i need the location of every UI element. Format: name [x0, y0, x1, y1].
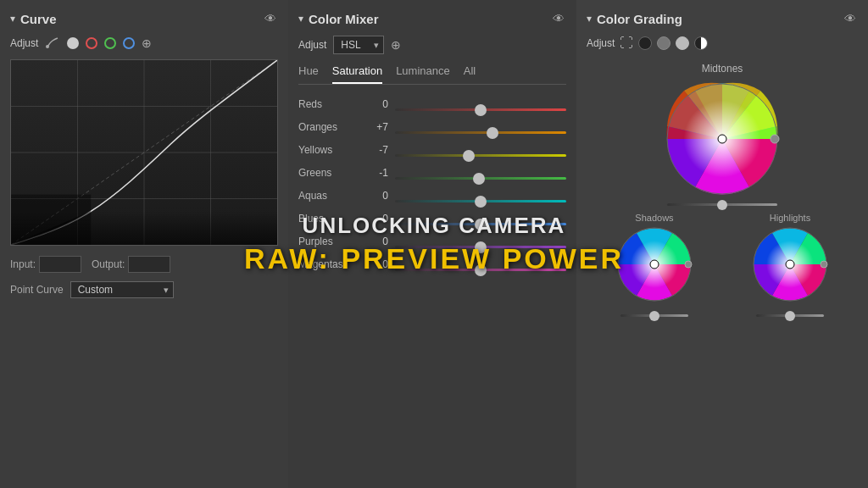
slider-oranges: Oranges +7 — [298, 119, 566, 134]
slider-greens-value: -1 — [364, 167, 388, 179]
slider-magentas-value: 0 — [364, 258, 388, 270]
tab-hue[interactable]: Hue — [298, 64, 319, 84]
hsl-row: Adjust HSL HSB Mixer ⊕ — [298, 36, 566, 54]
color-grading-adjust-label: Adjust — [587, 37, 615, 49]
output-field: Output: — [92, 256, 170, 273]
tab-luminance[interactable]: Luminance — [396, 64, 450, 84]
slider-purples-track[interactable] — [395, 246, 566, 248]
slider-aquas: Aquas 0 — [298, 188, 566, 202]
color-mixer-chevron[interactable]: ▾ — [298, 13, 303, 25]
slider-oranges-thumb[interactable] — [487, 127, 498, 139]
cg-shadows-icon[interactable] — [638, 36, 652, 50]
midtones-wheel-container[interactable] — [663, 80, 782, 198]
color-grading-circles-icon[interactable]: ⛶ — [620, 36, 633, 51]
slider-oranges-track[interactable] — [395, 131, 566, 134]
bottom-wheels: Shadows — [587, 213, 858, 322]
highlights-label: Highlights — [770, 213, 810, 223]
cg-highlights-icon[interactable] — [676, 36, 689, 50]
sliders-container: Reds 0 Oranges +7 Yellows -7 — [298, 97, 566, 271]
slider-oranges-value: +7 — [364, 121, 388, 133]
curve-header: ▾ Curve 👁 — [10, 10, 278, 27]
curve-visibility-button[interactable]: 👁 — [263, 10, 278, 27]
midtones-wheel-svg — [663, 80, 782, 198]
curve-adjust-row: Adjust ⊕ — [10, 36, 278, 51]
slider-blues-track[interactable] — [395, 223, 566, 225]
color-mixer-adjust-label: Adjust — [298, 39, 326, 51]
color-mixer-visibility-button[interactable]: 👁 — [551, 10, 566, 27]
cg-midtones-icon[interactable] — [657, 36, 670, 50]
hsl-select-wrapper: HSL HSB Mixer — [333, 36, 384, 54]
slider-greens-track[interactable] — [395, 177, 566, 180]
slider-aquas-value: 0 — [364, 190, 388, 202]
slider-yellows-value: -7 — [364, 144, 388, 156]
color-grading-title: Color Grading — [597, 12, 843, 26]
cg-global-icon[interactable] — [694, 36, 708, 50]
slider-aquas-label: Aquas — [298, 190, 358, 202]
color-grading-chevron[interactable]: ▾ — [587, 13, 592, 25]
channel-white[interactable] — [67, 37, 79, 49]
color-grading-header: ▾ Color Grading 👁 — [587, 10, 858, 27]
shadows-wheel-item: Shadows — [616, 213, 693, 322]
channel-blue[interactable] — [123, 37, 135, 49]
slider-purples-thumb[interactable] — [475, 241, 487, 253]
midtones-luminance-slider[interactable] — [667, 203, 777, 206]
input-label: Input: — [10, 258, 36, 270]
slider-reds-thumb[interactable] — [475, 104, 487, 116]
color-mixer-title: Color Mixer — [309, 12, 551, 26]
slider-aquas-track[interactable] — [395, 200, 566, 202]
slider-reds: Reds 0 — [298, 97, 566, 111]
input-value[interactable] — [39, 256, 81, 273]
slider-yellows-track[interactable] — [395, 154, 566, 157]
color-grading-visibility-button[interactable]: 👁 — [843, 10, 858, 27]
curve-adjust-icon[interactable] — [45, 36, 60, 51]
input-field: Input: — [10, 256, 81, 273]
shadows-slider[interactable] — [620, 309, 688, 322]
slider-yellows-thumb[interactable] — [463, 150, 475, 162]
slider-yellows: Yellows -7 — [298, 142, 566, 157]
point-curve-label: Point Curve — [10, 284, 64, 296]
slider-aquas-thumb[interactable] — [475, 196, 487, 208]
point-curve-select-wrapper: Linear Medium Contrast Strong Contrast C… — [70, 281, 174, 298]
curve-panel: ▾ Curve 👁 Adjust ⊕ — [0, 0, 288, 488]
slider-greens-label: Greens — [298, 167, 358, 179]
curve-target-button[interactable]: ⊕ — [142, 36, 152, 50]
slider-oranges-label: Oranges — [298, 121, 358, 133]
hsl-select[interactable]: HSL HSB Mixer — [333, 36, 384, 54]
svg-point-17 — [685, 261, 692, 268]
slider-yellows-label: Yellows — [298, 144, 358, 156]
output-label: Output: — [92, 258, 125, 270]
point-curve-select[interactable]: Linear Medium Contrast Strong Contrast C… — [70, 281, 174, 298]
slider-purples-value: 0 — [364, 236, 388, 247]
color-grading-adjust-row: Adjust ⛶ — [587, 36, 858, 51]
channel-green[interactable] — [104, 37, 116, 49]
tab-saturation[interactable]: Saturation — [332, 64, 382, 84]
slider-blues-thumb[interactable] — [475, 219, 487, 230]
output-value[interactable] — [128, 256, 170, 273]
slider-magentas-thumb[interactable] — [475, 264, 487, 276]
curve-io-row: Input: Output: — [10, 256, 278, 273]
color-mixer-target-button[interactable]: ⊕ — [391, 38, 401, 52]
slider-greens: Greens -1 — [298, 165, 566, 180]
svg-point-12 — [718, 135, 726, 143]
slider-reds-label: Reds — [298, 98, 358, 110]
slider-reds-track[interactable] — [395, 108, 566, 111]
svg-point-13 — [771, 135, 779, 143]
slider-purples-label: Purples — [298, 236, 358, 247]
slider-purples: Purples 0 — [298, 234, 566, 248]
slider-magentas-track[interactable] — [395, 269, 566, 271]
highlights-wheel[interactable] — [752, 226, 828, 302]
highlights-slider[interactable] — [756, 309, 824, 322]
channel-red[interactable] — [86, 37, 97, 49]
point-curve-row: Point Curve Linear Medium Contrast Stron… — [10, 281, 278, 298]
shadows-wheel-svg — [616, 226, 693, 302]
shadows-label: Shadows — [635, 213, 673, 223]
slider-greens-thumb[interactable] — [473, 173, 485, 185]
color-mixer-header: ▾ Color Mixer 👁 — [298, 10, 566, 27]
slider-magentas: Magentas 0 — [298, 257, 566, 271]
midtones-section: Midtones — [587, 63, 858, 206]
shadows-wheel[interactable] — [616, 226, 693, 302]
curve-graph[interactable] — [10, 59, 278, 246]
curve-chevron[interactable]: ▾ — [10, 13, 15, 25]
slider-magentas-label: Magentas — [298, 258, 358, 270]
tab-all[interactable]: All — [464, 64, 476, 84]
